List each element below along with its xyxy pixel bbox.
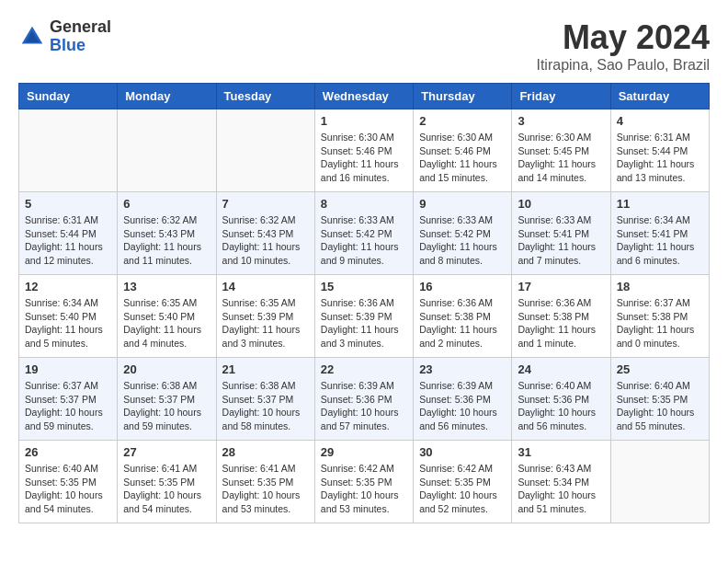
day-number: 24 bbox=[518, 362, 604, 376]
day-number: 9 bbox=[419, 197, 506, 211]
calendar-cell: 28Sunrise: 6:41 AMSunset: 5:35 PMDayligh… bbox=[216, 441, 314, 523]
day-info: Sunrise: 6:37 AMSunset: 5:37 PMDaylight:… bbox=[25, 379, 111, 433]
day-info: Sunrise: 6:38 AMSunset: 5:37 PMDaylight:… bbox=[123, 379, 210, 433]
header-thursday: Thursday bbox=[414, 84, 512, 109]
day-info: Sunrise: 6:40 AMSunset: 5:35 PMDaylight:… bbox=[617, 379, 703, 433]
calendar-cell: 21Sunrise: 6:38 AMSunset: 5:37 PMDayligh… bbox=[216, 358, 314, 441]
day-info: Sunrise: 6:37 AMSunset: 5:38 PMDaylight:… bbox=[617, 296, 703, 350]
day-info: Sunrise: 6:41 AMSunset: 5:35 PMDaylight:… bbox=[222, 462, 309, 516]
day-number: 1 bbox=[321, 114, 407, 128]
day-number: 18 bbox=[617, 280, 703, 293]
calendar-week-row: 5Sunrise: 6:31 AMSunset: 5:44 PMDaylight… bbox=[19, 192, 710, 275]
day-info: Sunrise: 6:40 AMSunset: 5:35 PMDaylight:… bbox=[25, 462, 111, 516]
logo: General Blue bbox=[18, 18, 111, 55]
day-info: Sunrise: 6:30 AMSunset: 5:46 PMDaylight:… bbox=[321, 131, 407, 185]
calendar-cell: 6Sunrise: 6:32 AMSunset: 5:43 PMDaylight… bbox=[118, 192, 216, 275]
calendar-cell: 15Sunrise: 6:36 AMSunset: 5:39 PMDayligh… bbox=[314, 275, 413, 358]
calendar-cell: 19Sunrise: 6:37 AMSunset: 5:37 PMDayligh… bbox=[19, 358, 118, 441]
day-info: Sunrise: 6:31 AMSunset: 5:44 PMDaylight:… bbox=[617, 131, 703, 185]
calendar-cell bbox=[610, 441, 709, 523]
calendar-cell: 8Sunrise: 6:33 AMSunset: 5:42 PMDaylight… bbox=[314, 192, 413, 275]
day-info: Sunrise: 6:39 AMSunset: 5:36 PMDaylight:… bbox=[321, 379, 407, 433]
day-number: 19 bbox=[25, 362, 111, 376]
day-info: Sunrise: 6:30 AMSunset: 5:45 PMDaylight:… bbox=[518, 131, 604, 185]
day-number: 7 bbox=[222, 197, 309, 211]
day-info: Sunrise: 6:36 AMSunset: 5:38 PMDaylight:… bbox=[419, 296, 506, 350]
logo-general-text: General bbox=[50, 18, 111, 37]
day-number: 2 bbox=[419, 114, 506, 128]
day-number: 12 bbox=[25, 280, 111, 293]
day-info: Sunrise: 6:33 AMSunset: 5:41 PMDaylight:… bbox=[518, 213, 604, 268]
logo-blue-text: Blue bbox=[50, 37, 111, 55]
day-info: Sunrise: 6:36 AMSunset: 5:39 PMDaylight:… bbox=[321, 296, 407, 350]
day-info: Sunrise: 6:35 AMSunset: 5:39 PMDaylight:… bbox=[222, 296, 309, 350]
calendar-header-row: SundayMondayTuesdayWednesdayThursdayFrid… bbox=[19, 84, 710, 109]
day-number: 29 bbox=[321, 445, 407, 459]
header-friday: Friday bbox=[512, 84, 610, 109]
day-number: 28 bbox=[222, 445, 309, 459]
day-info: Sunrise: 6:31 AMSunset: 5:44 PMDaylight:… bbox=[25, 213, 111, 268]
day-number: 3 bbox=[518, 114, 604, 128]
day-info: Sunrise: 6:36 AMSunset: 5:38 PMDaylight:… bbox=[518, 296, 604, 350]
calendar-cell bbox=[19, 109, 118, 192]
logo-text: General Blue bbox=[50, 18, 111, 55]
title-section: May 2024 Itirapina, Sao Paulo, Brazil bbox=[536, 18, 710, 74]
day-info: Sunrise: 6:32 AMSunset: 5:43 PMDaylight:… bbox=[123, 213, 210, 268]
calendar-cell: 31Sunrise: 6:43 AMSunset: 5:34 PMDayligh… bbox=[512, 441, 610, 523]
calendar-cell: 26Sunrise: 6:40 AMSunset: 5:35 PMDayligh… bbox=[19, 441, 118, 523]
day-number: 13 bbox=[123, 280, 210, 293]
day-number: 21 bbox=[222, 362, 309, 376]
day-info: Sunrise: 6:33 AMSunset: 5:42 PMDaylight:… bbox=[419, 213, 506, 268]
calendar-cell bbox=[216, 109, 314, 192]
day-number: 15 bbox=[321, 280, 407, 293]
logo-icon bbox=[18, 23, 46, 51]
day-info: Sunrise: 6:38 AMSunset: 5:37 PMDaylight:… bbox=[222, 379, 309, 433]
day-number: 25 bbox=[617, 362, 703, 376]
page-header: General Blue May 2024 Itirapina, Sao Pau… bbox=[18, 18, 710, 74]
calendar-cell: 12Sunrise: 6:34 AMSunset: 5:40 PMDayligh… bbox=[19, 275, 118, 358]
calendar-cell: 5Sunrise: 6:31 AMSunset: 5:44 PMDaylight… bbox=[19, 192, 118, 275]
calendar-cell: 16Sunrise: 6:36 AMSunset: 5:38 PMDayligh… bbox=[414, 275, 512, 358]
day-number: 16 bbox=[419, 280, 506, 293]
calendar-week-row: 1Sunrise: 6:30 AMSunset: 5:46 PMDaylight… bbox=[19, 109, 710, 192]
header-tuesday: Tuesday bbox=[216, 84, 314, 109]
day-info: Sunrise: 6:41 AMSunset: 5:35 PMDaylight:… bbox=[123, 462, 210, 516]
day-number: 11 bbox=[617, 197, 703, 211]
calendar-cell: 17Sunrise: 6:36 AMSunset: 5:38 PMDayligh… bbox=[512, 275, 610, 358]
day-number: 30 bbox=[419, 445, 506, 459]
calendar-cell: 7Sunrise: 6:32 AMSunset: 5:43 PMDaylight… bbox=[216, 192, 314, 275]
calendar-cell: 13Sunrise: 6:35 AMSunset: 5:40 PMDayligh… bbox=[118, 275, 216, 358]
day-number: 14 bbox=[222, 280, 309, 293]
day-number: 27 bbox=[123, 445, 210, 459]
day-number: 26 bbox=[25, 445, 111, 459]
day-number: 17 bbox=[518, 280, 604, 293]
calendar-cell: 18Sunrise: 6:37 AMSunset: 5:38 PMDayligh… bbox=[610, 275, 709, 358]
calendar-cell: 14Sunrise: 6:35 AMSunset: 5:39 PMDayligh… bbox=[216, 275, 314, 358]
day-info: Sunrise: 6:39 AMSunset: 5:36 PMDaylight:… bbox=[419, 379, 506, 433]
calendar-cell: 24Sunrise: 6:40 AMSunset: 5:36 PMDayligh… bbox=[512, 358, 610, 441]
calendar-cell: 2Sunrise: 6:30 AMSunset: 5:46 PMDaylight… bbox=[414, 109, 512, 192]
header-sunday: Sunday bbox=[19, 84, 118, 109]
day-info: Sunrise: 6:43 AMSunset: 5:34 PMDaylight:… bbox=[518, 462, 604, 516]
calendar-week-row: 26Sunrise: 6:40 AMSunset: 5:35 PMDayligh… bbox=[19, 441, 710, 523]
day-number: 22 bbox=[321, 362, 407, 376]
calendar-cell: 30Sunrise: 6:42 AMSunset: 5:35 PMDayligh… bbox=[414, 441, 512, 523]
calendar-cell: 11Sunrise: 6:34 AMSunset: 5:41 PMDayligh… bbox=[610, 192, 709, 275]
location-text: Itirapina, Sao Paulo, Brazil bbox=[536, 57, 710, 74]
day-info: Sunrise: 6:34 AMSunset: 5:40 PMDaylight:… bbox=[25, 296, 111, 350]
calendar-cell: 9Sunrise: 6:33 AMSunset: 5:42 PMDaylight… bbox=[414, 192, 512, 275]
day-info: Sunrise: 6:30 AMSunset: 5:46 PMDaylight:… bbox=[419, 131, 506, 185]
calendar-cell: 10Sunrise: 6:33 AMSunset: 5:41 PMDayligh… bbox=[512, 192, 610, 275]
day-number: 5 bbox=[25, 197, 111, 211]
day-number: 8 bbox=[321, 197, 407, 211]
calendar-cell: 4Sunrise: 6:31 AMSunset: 5:44 PMDaylight… bbox=[610, 109, 709, 192]
day-number: 31 bbox=[518, 445, 604, 459]
day-number: 4 bbox=[617, 114, 703, 128]
header-monday: Monday bbox=[118, 84, 216, 109]
day-info: Sunrise: 6:42 AMSunset: 5:35 PMDaylight:… bbox=[321, 462, 407, 516]
header-saturday: Saturday bbox=[610, 84, 709, 109]
day-number: 10 bbox=[518, 197, 604, 211]
month-title: May 2024 bbox=[536, 18, 710, 57]
day-info: Sunrise: 6:32 AMSunset: 5:43 PMDaylight:… bbox=[222, 213, 309, 268]
day-number: 23 bbox=[419, 362, 506, 376]
